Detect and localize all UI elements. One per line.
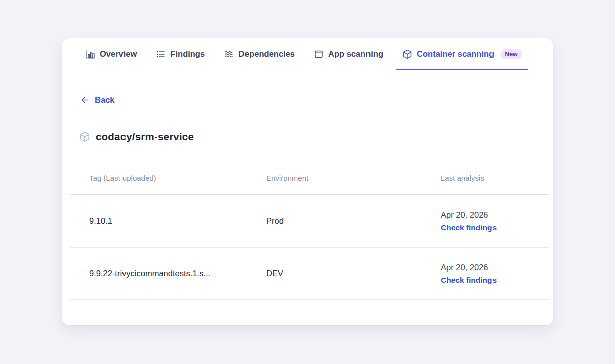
list-icon: [156, 49, 166, 59]
arrow-left-icon: [80, 95, 90, 105]
last-analysis-cell: Apr 20, 2026 Check findings: [441, 263, 549, 285]
tab-label: Container scanning: [417, 49, 494, 59]
cube-icon: [79, 131, 90, 142]
cube-icon: [402, 49, 412, 59]
last-analysis-date: Apr 20, 2026: [441, 210, 549, 220]
back-label: Back: [95, 95, 114, 105]
tab-container-scanning[interactable]: Container scanning New: [402, 38, 522, 70]
container-scanning-card: Overview Findings Dependencies: [62, 38, 553, 325]
tab-findings[interactable]: Findings: [156, 38, 205, 70]
browser-window-icon: [314, 49, 324, 59]
tab-label: Dependencies: [238, 49, 295, 59]
tab-overview[interactable]: Overview: [85, 38, 137, 70]
tab-label: Overview: [100, 49, 137, 59]
tag-cell: 9.9.22-trivycicommandtests.1.s...: [89, 269, 266, 278]
tab-bar: Overview Findings Dependencies: [70, 38, 545, 70]
bar-chart-icon: [85, 49, 95, 59]
table-header-row: Tag (Last uploaded) Environment Last ana…: [70, 143, 549, 195]
column-header-environment: Environment: [266, 174, 441, 182]
tab-dependencies[interactable]: Dependencies: [224, 38, 295, 70]
table-row[interactable]: 9.9.22-trivycicommandtests.1.s... DEV Ap…: [70, 248, 549, 300]
page-title: codacy/srm-service: [96, 131, 194, 143]
repository-title-row: codacy/srm-service: [79, 131, 553, 143]
tag-cell: 9.10.1: [89, 216, 266, 226]
table-row[interactable]: 9.10.1 Prod Apr 20, 2026 Check findings: [70, 195, 549, 248]
last-analysis-date: Apr 20, 2026: [441, 263, 549, 272]
new-badge: New: [500, 49, 522, 59]
back-button[interactable]: Back: [80, 95, 114, 105]
layers-icon: [224, 49, 234, 59]
column-header-last-analysis: Last analysis: [441, 174, 549, 182]
tab-app-scanning[interactable]: App scanning: [314, 38, 383, 70]
check-findings-link[interactable]: Check findings: [441, 223, 549, 232]
last-analysis-cell: Apr 20, 2026 Check findings: [441, 210, 549, 232]
tags-table: Tag (Last uploaded) Environment Last ana…: [70, 143, 549, 300]
environment-cell: DEV: [266, 269, 441, 278]
tab-label: Findings: [170, 49, 205, 59]
column-header-tag: Tag (Last uploaded): [89, 174, 266, 182]
tab-label: App scanning: [328, 49, 383, 59]
environment-cell: Prod: [266, 216, 441, 226]
check-findings-link[interactable]: Check findings: [441, 276, 549, 285]
